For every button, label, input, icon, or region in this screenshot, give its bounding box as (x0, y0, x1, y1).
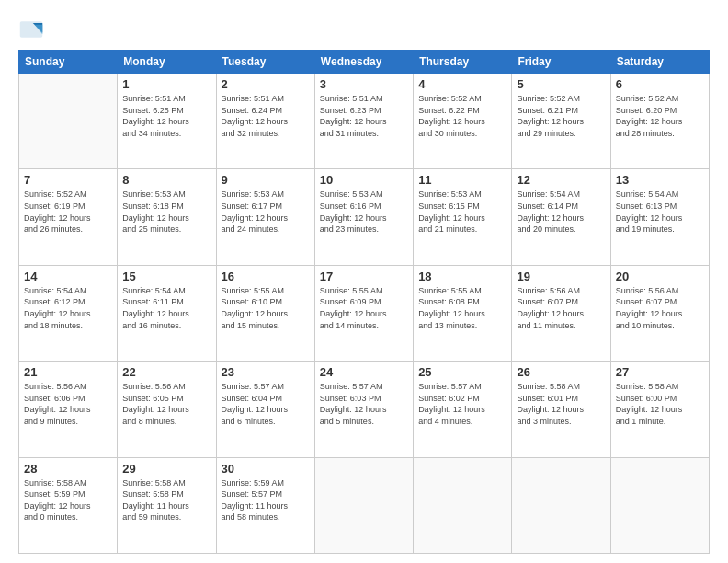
day-cell: 18Sunrise: 5:55 AM Sunset: 6:08 PM Dayli… (414, 265, 512, 361)
day-number: 15 (122, 270, 210, 283)
day-number: 20 (616, 270, 704, 283)
day-number: 4 (418, 77, 506, 91)
day-number: 26 (517, 365, 605, 379)
day-info: Sunrise: 5:54 AM Sunset: 6:14 PM Dayligh… (517, 189, 605, 235)
day-cell: 19Sunrise: 5:56 AM Sunset: 6:07 PM Dayli… (512, 265, 610, 361)
day-number: 5 (517, 77, 605, 91)
day-number: 12 (517, 173, 605, 187)
day-cell: 16Sunrise: 5:55 AM Sunset: 6:10 PM Dayli… (216, 265, 314, 361)
day-cell: 22Sunrise: 5:56 AM Sunset: 6:05 PM Dayli… (118, 362, 216, 457)
day-info: Sunrise: 5:53 AM Sunset: 6:18 PM Dayligh… (122, 189, 210, 235)
week-row-2: 7Sunrise: 5:52 AM Sunset: 6:19 PM Daylig… (19, 169, 710, 265)
day-cell: 4Sunrise: 5:52 AM Sunset: 6:22 PM Daylig… (414, 74, 512, 169)
day-cell: 21Sunrise: 5:56 AM Sunset: 6:06 PM Dayli… (19, 362, 118, 457)
day-cell: 20Sunrise: 5:56 AM Sunset: 6:07 PM Dayli… (610, 265, 709, 361)
day-info: Sunrise: 5:57 AM Sunset: 6:02 PM Dayligh… (418, 381, 506, 427)
day-info: Sunrise: 5:52 AM Sunset: 6:22 PM Dayligh… (418, 93, 506, 139)
day-info: Sunrise: 5:54 AM Sunset: 6:12 PM Dayligh… (24, 285, 112, 331)
day-cell: 28Sunrise: 5:58 AM Sunset: 5:59 PM Dayli… (19, 457, 118, 553)
day-cell: 11Sunrise: 5:53 AM Sunset: 6:15 PM Dayli… (414, 169, 512, 265)
day-cell (414, 457, 512, 553)
calendar-body: 1Sunrise: 5:51 AM Sunset: 6:25 PM Daylig… (19, 74, 710, 554)
day-cell: 26Sunrise: 5:58 AM Sunset: 6:01 PM Dayli… (512, 362, 610, 457)
day-info: Sunrise: 5:53 AM Sunset: 6:15 PM Dayligh… (418, 189, 506, 235)
day-cell: 10Sunrise: 5:53 AM Sunset: 6:16 PM Dayli… (314, 169, 413, 265)
day-info: Sunrise: 5:51 AM Sunset: 6:24 PM Dayligh… (222, 93, 310, 139)
day-info: Sunrise: 5:58 AM Sunset: 5:59 PM Dayligh… (24, 477, 112, 523)
day-number: 16 (222, 270, 310, 283)
day-number: 21 (24, 365, 112, 379)
day-cell: 7Sunrise: 5:52 AM Sunset: 6:19 PM Daylig… (19, 169, 118, 265)
day-cell: 2Sunrise: 5:51 AM Sunset: 6:24 PM Daylig… (216, 74, 314, 169)
day-number: 18 (418, 270, 506, 283)
day-info: Sunrise: 5:51 AM Sunset: 6:25 PM Dayligh… (122, 93, 210, 139)
day-number: 22 (122, 365, 210, 379)
day-number: 13 (616, 173, 704, 187)
weekday-header-wednesday: Wednesday (314, 51, 413, 74)
day-number: 30 (222, 462, 310, 476)
week-row-4: 21Sunrise: 5:56 AM Sunset: 6:06 PM Dayli… (19, 362, 710, 457)
day-cell: 1Sunrise: 5:51 AM Sunset: 6:25 PM Daylig… (118, 74, 216, 169)
logo-icon (18, 17, 44, 42)
weekday-header-thursday: Thursday (414, 51, 512, 74)
day-cell: 25Sunrise: 5:57 AM Sunset: 6:02 PM Dayli… (414, 362, 512, 457)
day-number: 7 (24, 173, 112, 187)
calendar-header: SundayMondayTuesdayWednesdayThursdayFrid… (19, 51, 710, 74)
day-cell: 9Sunrise: 5:53 AM Sunset: 6:17 PM Daylig… (216, 169, 314, 265)
day-cell (314, 457, 413, 553)
day-info: Sunrise: 5:56 AM Sunset: 6:05 PM Dayligh… (122, 381, 210, 427)
day-number: 8 (122, 173, 210, 187)
day-info: Sunrise: 5:51 AM Sunset: 6:23 PM Dayligh… (320, 93, 408, 139)
day-info: Sunrise: 5:53 AM Sunset: 6:17 PM Dayligh… (222, 189, 310, 235)
day-number: 23 (222, 365, 310, 379)
weekday-header-saturday: Saturday (610, 51, 709, 74)
day-number: 28 (24, 462, 112, 476)
day-cell: 24Sunrise: 5:57 AM Sunset: 6:03 PM Dayli… (314, 362, 413, 457)
day-cell: 12Sunrise: 5:54 AM Sunset: 6:14 PM Dayli… (512, 169, 610, 265)
day-number: 25 (418, 365, 506, 379)
day-info: Sunrise: 5:56 AM Sunset: 6:07 PM Dayligh… (517, 285, 605, 331)
weekday-header-friday: Friday (512, 51, 610, 74)
day-number: 27 (616, 365, 704, 379)
day-info: Sunrise: 5:56 AM Sunset: 6:07 PM Dayligh… (616, 285, 704, 331)
page: SundayMondayTuesdayWednesdayThursdayFrid… (0, 0, 728, 563)
week-row-3: 14Sunrise: 5:54 AM Sunset: 6:12 PM Dayli… (19, 265, 710, 361)
day-cell (19, 74, 118, 169)
header (18, 17, 710, 42)
day-info: Sunrise: 5:55 AM Sunset: 6:08 PM Dayligh… (418, 285, 506, 331)
day-info: Sunrise: 5:54 AM Sunset: 6:13 PM Dayligh… (616, 189, 704, 235)
day-number: 19 (517, 270, 605, 283)
day-info: Sunrise: 5:57 AM Sunset: 6:03 PM Dayligh… (320, 381, 408, 427)
day-info: Sunrise: 5:58 AM Sunset: 5:58 PM Dayligh… (122, 477, 210, 523)
day-number: 1 (122, 77, 210, 91)
day-number: 10 (320, 173, 408, 187)
logo (18, 17, 48, 42)
day-cell: 29Sunrise: 5:58 AM Sunset: 5:58 PM Dayli… (118, 457, 216, 553)
day-number: 3 (320, 77, 408, 91)
weekday-header-sunday: Sunday (19, 51, 118, 74)
day-info: Sunrise: 5:53 AM Sunset: 6:16 PM Dayligh… (320, 189, 408, 235)
day-cell: 15Sunrise: 5:54 AM Sunset: 6:11 PM Dayli… (118, 265, 216, 361)
day-cell: 13Sunrise: 5:54 AM Sunset: 6:13 PM Dayli… (610, 169, 709, 265)
day-info: Sunrise: 5:57 AM Sunset: 6:04 PM Dayligh… (222, 381, 310, 427)
weekday-header-monday: Monday (118, 51, 216, 74)
day-number: 17 (320, 270, 408, 283)
day-number: 29 (122, 462, 210, 476)
day-info: Sunrise: 5:54 AM Sunset: 6:11 PM Dayligh… (122, 285, 210, 331)
day-cell: 23Sunrise: 5:57 AM Sunset: 6:04 PM Dayli… (216, 362, 314, 457)
day-cell: 27Sunrise: 5:58 AM Sunset: 6:00 PM Dayli… (610, 362, 709, 457)
day-info: Sunrise: 5:58 AM Sunset: 6:00 PM Dayligh… (616, 381, 704, 427)
day-cell (610, 457, 709, 553)
day-cell: 14Sunrise: 5:54 AM Sunset: 6:12 PM Dayli… (19, 265, 118, 361)
day-number: 14 (24, 270, 112, 283)
weekday-header-tuesday: Tuesday (216, 51, 314, 74)
day-cell: 30Sunrise: 5:59 AM Sunset: 5:57 PM Dayli… (216, 457, 314, 553)
day-info: Sunrise: 5:59 AM Sunset: 5:57 PM Dayligh… (222, 477, 310, 523)
day-number: 9 (222, 173, 310, 187)
day-cell (512, 457, 610, 553)
day-number: 6 (616, 77, 704, 91)
day-cell: 5Sunrise: 5:52 AM Sunset: 6:21 PM Daylig… (512, 74, 610, 169)
day-info: Sunrise: 5:52 AM Sunset: 6:20 PM Dayligh… (616, 93, 704, 139)
day-info: Sunrise: 5:52 AM Sunset: 6:19 PM Dayligh… (24, 189, 112, 235)
week-row-5: 28Sunrise: 5:58 AM Sunset: 5:59 PM Dayli… (19, 457, 710, 553)
